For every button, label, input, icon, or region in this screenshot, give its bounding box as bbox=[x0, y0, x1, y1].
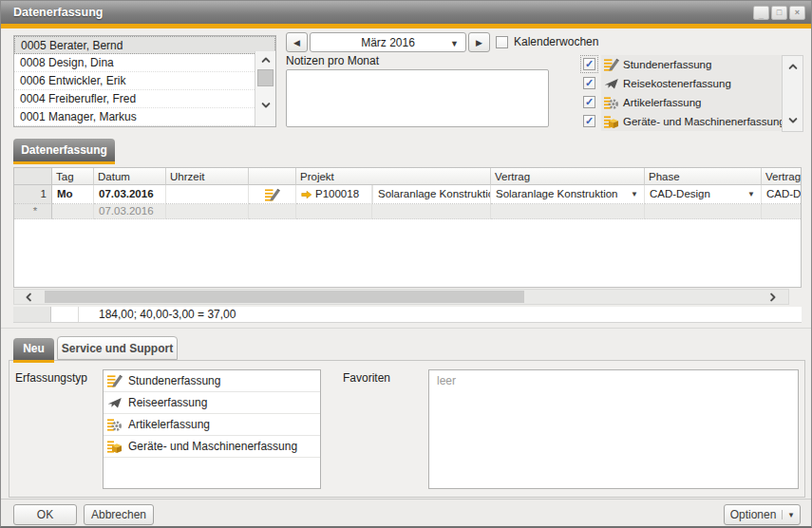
erfassungstyp-item[interactable]: Stundenerfassung bbox=[104, 370, 320, 392]
employee-list-item[interactable]: 0008 Design, Dina bbox=[14, 54, 275, 72]
grid-cell-phase[interactable]: CAD-Design ▼ bbox=[645, 185, 762, 204]
grid-cell-entrytype[interactable] bbox=[249, 185, 296, 204]
grid-cell[interactable] bbox=[645, 204, 762, 219]
scroll-thumb[interactable] bbox=[45, 291, 524, 303]
scroll-down-icon[interactable] bbox=[784, 114, 801, 127]
employee-list-scrollbar[interactable] bbox=[255, 51, 275, 126]
close-button[interactable]: × bbox=[789, 6, 805, 20]
favoriten-label: Favoriten bbox=[343, 371, 390, 385]
erfassungstyp-list: Stundenerfassung Reiseerfassung Artikele… bbox=[103, 369, 321, 489]
checklist-row[interactable]: ✓ Reisekostenerfassung bbox=[578, 74, 806, 93]
cancel-button[interactable]: Abbrechen bbox=[84, 504, 154, 525]
grid-header-rownum bbox=[14, 168, 52, 185]
grid-rownum[interactable]: 1 bbox=[14, 185, 52, 204]
tab-neu[interactable]: Neu bbox=[13, 338, 54, 363]
grid-header-vertrag[interactable]: Vertrag bbox=[491, 168, 645, 185]
tab-datenerfassung[interactable]: Datenerfassung bbox=[13, 139, 115, 164]
grid-cell-tag[interactable]: Mo bbox=[52, 185, 94, 204]
grid-cell-uhrzeit[interactable] bbox=[166, 185, 249, 204]
hours-pencil-icon bbox=[265, 187, 280, 202]
checklist-row[interactable]: ✓ Stundenerfassung bbox=[578, 55, 806, 74]
erfassungstyp-label: Erfassungstyp bbox=[15, 371, 87, 385]
favoriten-box[interactable]: leer bbox=[428, 369, 799, 489]
checklist-label: Reisekostenerfassung bbox=[623, 78, 731, 89]
scroll-thumb[interactable] bbox=[257, 69, 274, 86]
grid-cell[interactable] bbox=[372, 204, 491, 219]
previous-month-button[interactable]: ◀ bbox=[286, 32, 308, 52]
checklist-scrollbar[interactable] bbox=[782, 55, 803, 132]
grid-header-uhrzeit[interactable]: Uhrzeit bbox=[166, 168, 249, 185]
scroll-up-icon[interactable] bbox=[784, 60, 801, 73]
summary-divider bbox=[78, 307, 79, 322]
notes-textarea[interactable] bbox=[286, 69, 549, 127]
minimize-button[interactable]: _ bbox=[753, 6, 769, 20]
dropdown-icon[interactable]: ▼ bbox=[747, 185, 755, 203]
month-dropdown-icon[interactable]: ▼ bbox=[450, 39, 459, 48]
erfassungstyp-item[interactable]: Geräte- und Maschinenerfassung bbox=[104, 436, 320, 458]
ok-button[interactable]: OK bbox=[13, 504, 77, 525]
checklist-row[interactable]: ✓ Artikelerfassung bbox=[578, 93, 806, 112]
employee-list-item[interactable]: 0007 Monteur, Manfred bbox=[14, 126, 275, 127]
travel-plane-icon bbox=[604, 76, 619, 91]
tab-service-und-support[interactable]: Service und Support bbox=[57, 336, 178, 360]
erfassungstyp-item[interactable]: Reiseerfassung bbox=[104, 392, 320, 414]
grid-cell-datum-new[interactable]: 07.03.2016 bbox=[94, 204, 166, 219]
grid-cell-projekt-code[interactable]: P100018 bbox=[296, 185, 372, 204]
checklist-label: Artikelerfassung bbox=[623, 97, 701, 108]
checked-checkbox[interactable]: ✓ bbox=[583, 58, 595, 70]
grid-summary-row: 184,00; 40,00-3,00 = 37,00 bbox=[13, 307, 802, 323]
employee-list-item[interactable]: 0005 Berater, Bernd bbox=[14, 36, 275, 54]
maximize-button[interactable]: □ bbox=[771, 6, 787, 20]
datenerfassung-window: Datenerfassung _ □ × 0005 Berater, Bernd… bbox=[0, 0, 812, 528]
scroll-down-icon[interactable] bbox=[257, 99, 274, 112]
kalenderwochen-label: Kalenderwochen bbox=[514, 35, 598, 49]
grid-cell[interactable] bbox=[762, 204, 801, 219]
grid-horizontal-scrollbar[interactable] bbox=[13, 289, 789, 305]
checklist-label: Geräte- und Maschinenerfassung bbox=[623, 116, 782, 127]
projekt-code: P100018 bbox=[315, 185, 359, 203]
machine-box-icon bbox=[107, 439, 123, 454]
options-dropdown-button[interactable]: ▾ bbox=[782, 510, 800, 519]
grid-cell[interactable] bbox=[491, 204, 645, 219]
checked-checkbox[interactable]: ✓ bbox=[583, 77, 595, 89]
month-selector[interactable]: März 2016 ▼ bbox=[310, 32, 466, 52]
scroll-right-icon[interactable] bbox=[765, 291, 781, 303]
grid-cell[interactable] bbox=[52, 204, 94, 219]
scroll-up-icon[interactable] bbox=[257, 53, 274, 66]
employee-list-item[interactable]: 0001 Manager, Markus bbox=[14, 108, 275, 126]
employee-list-item[interactable]: 0006 Entwickler, Erik bbox=[14, 72, 275, 90]
grid-cell-vertrag[interactable]: Solaranlage Konstruktion ▼ bbox=[491, 185, 645, 204]
grid-cell-projekt-name[interactable]: Solaranlage Konstruktion bbox=[372, 185, 491, 204]
grid-cell-vertragsposition[interactable]: CAD-De bbox=[762, 185, 801, 204]
grid-header-projekt[interactable]: Projekt bbox=[296, 168, 491, 185]
grid-cell[interactable] bbox=[249, 204, 296, 219]
grid-header-vertragsposition[interactable]: Vertrags bbox=[762, 168, 801, 185]
grid-header-icon[interactable] bbox=[249, 168, 296, 185]
options-button[interactable]: Optionen bbox=[725, 508, 782, 521]
kalenderwochen-checkbox[interactable] bbox=[496, 36, 508, 48]
month-value: März 2016 bbox=[361, 36, 415, 49]
grid-cell-datum[interactable]: 07.03.2016 bbox=[94, 185, 166, 204]
vertrag-value: Solaranlage Konstruktion bbox=[496, 188, 618, 199]
grid-cell[interactable] bbox=[166, 204, 249, 219]
title-bar: Datenerfassung _ □ × bbox=[1, 1, 811, 24]
footer-bar: OK Abbrechen Optionen ▾ bbox=[1, 499, 812, 528]
checklist-row[interactable]: ✓ Geräte- und Maschinenerfassung bbox=[578, 112, 806, 131]
close-icon: × bbox=[795, 9, 800, 17]
grid-header-tag[interactable]: Tag bbox=[52, 168, 94, 185]
erfassungstyp-item-label: Reiseerfassung bbox=[128, 396, 207, 409]
dropdown-icon[interactable]: ▼ bbox=[631, 185, 638, 203]
next-month-button[interactable]: ▶ bbox=[468, 32, 490, 52]
grid-cell[interactable] bbox=[296, 204, 372, 219]
erfassungstyp-item-label: Geräte- und Maschinenerfassung bbox=[128, 440, 297, 453]
grid-rownum-new[interactable]: * bbox=[14, 204, 52, 219]
checked-checkbox[interactable]: ✓ bbox=[583, 96, 595, 108]
entry-type-checklist: ✓ Stundenerfassung ✓ Reisekostenerfassun… bbox=[578, 55, 806, 132]
scroll-left-icon[interactable] bbox=[20, 291, 36, 303]
grid-header-datum[interactable]: Datum bbox=[94, 168, 166, 185]
grid-header-phase[interactable]: Phase bbox=[645, 168, 762, 185]
employee-list-item[interactable]: 0004 Freiberufler, Fred bbox=[14, 90, 275, 108]
chevron-down-icon: ▾ bbox=[789, 510, 794, 519]
erfassungstyp-item[interactable]: Artikelerfassung bbox=[104, 414, 320, 436]
checked-checkbox[interactable]: ✓ bbox=[583, 115, 595, 127]
